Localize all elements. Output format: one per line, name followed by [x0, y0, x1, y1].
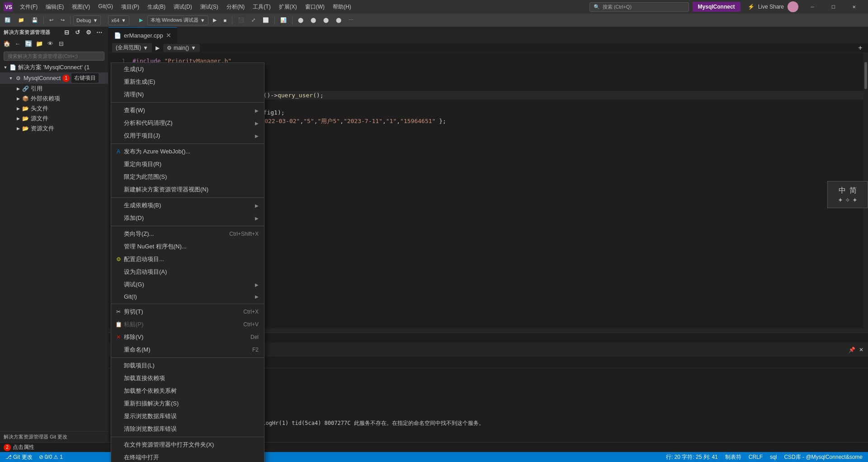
toolbar-stop[interactable]: ■: [221, 16, 230, 24]
local-debug-dropdown[interactable]: 本地 Windows 调试器 ▼: [147, 15, 208, 25]
ctx-build-deps[interactable]: 生成依赖项(B) ▶: [111, 199, 264, 212]
sidebar-collapse-btn[interactable]: ⊟: [62, 27, 72, 37]
sidebar-new-folder[interactable]: 📁: [34, 38, 44, 48]
ctx-scope[interactable]: 限定为此范围(S): [111, 171, 264, 183]
tree-project[interactable]: ▼ ⚙ MysqlConnect 1 右键项目: [0, 72, 108, 84]
menu-window[interactable]: 窗口(W): [302, 1, 328, 13]
menu-edit[interactable]: 编辑(E): [42, 1, 67, 13]
ctx-open-terminal[interactable]: 在终端中打开: [111, 451, 264, 462]
status-position[interactable]: 行: 20 字符: 25 列: 41: [664, 453, 720, 461]
toolbar-open[interactable]: 📁: [15, 16, 27, 24]
live-share-label[interactable]: Live Share: [758, 4, 784, 10]
ctx-new-view[interactable]: 新建解决方案资源管理器视图(N): [111, 183, 264, 196]
toolbar-bp4[interactable]: ⬤: [333, 16, 344, 24]
ctx-show-db-errors[interactable]: 显示浏览数据库错误: [111, 410, 264, 423]
sidebar-search[interactable]: [4, 52, 104, 61]
toolbar-attach[interactable]: ▶: [210, 16, 219, 24]
toolbar-undo[interactable]: ↩: [47, 16, 56, 24]
ctx-rebuild[interactable]: 重新生成(E): [111, 76, 264, 88]
ctx-unload[interactable]: 卸载项目(L): [111, 359, 264, 372]
toolbar-misc1[interactable]: ⬛: [235, 16, 247, 24]
status-language[interactable]: CSD库 - @MysqlConnect&some: [782, 453, 864, 461]
sidebar-sync[interactable]: 🔄: [24, 38, 33, 48]
menu-git[interactable]: Git(G): [94, 1, 117, 13]
ctx-load-all[interactable]: 加载整个依赖关系树: [111, 385, 264, 397]
sidebar-refresh-btn[interactable]: ↺: [73, 27, 83, 37]
sidebar-collapse-all[interactable]: ⊟: [56, 38, 66, 48]
tree-solution[interactable]: ▼ 📄 解决方案 'MysqlConnect' (1: [0, 62, 108, 72]
function-selector[interactable]: ⚙ main() ▼: [163, 44, 200, 52]
tree-resources[interactable]: ▶ 📂 资源文件: [0, 124, 108, 133]
toolbar-bp3[interactable]: ⬤: [321, 16, 331, 24]
split-editor-btn[interactable]: +: [856, 44, 864, 52]
sidebar-filter-btn[interactable]: ⚙: [84, 27, 94, 37]
status-tabsize[interactable]: 制表符: [723, 453, 743, 461]
ctx-nuget[interactable]: 管理 NuGet 程序包(N)...: [111, 240, 264, 253]
tree-headers[interactable]: ▶ 📂 头文件: [0, 104, 108, 114]
tree-external-deps[interactable]: ▶ 📦 外部依赖项: [0, 94, 108, 104]
status-git[interactable]: ⎇ Git 更改: [4, 453, 34, 461]
ctx-build[interactable]: 生成(U): [111, 63, 264, 76]
menu-extensions[interactable]: 扩展(X): [275, 1, 301, 13]
ctx-load-direct[interactable]: 加载直接依赖项: [111, 372, 264, 385]
v-scrollbar-thumb[interactable]: [864, 62, 867, 89]
toolbar-redo[interactable]: ↪: [58, 16, 67, 24]
menu-analyze[interactable]: 分析(N): [223, 1, 249, 13]
scope-selector[interactable]: (全局范围) ▼: [112, 43, 152, 52]
ctx-rescan[interactable]: 重新扫描解决方案(S): [111, 397, 264, 410]
menu-view[interactable]: 视图(V): [68, 1, 94, 13]
menu-build[interactable]: 生成(B): [144, 1, 169, 13]
ctx-set-startup[interactable]: 设为启动项目(A): [111, 266, 264, 278]
ctx-analyze[interactable]: 分析和代码清理(Z) ▶: [111, 117, 264, 129]
toolbar-save-all[interactable]: 💾: [29, 16, 41, 24]
ctx-cut[interactable]: ✂ 剪切(T) Ctrl+X: [111, 305, 264, 318]
tree-references[interactable]: ▶ 🔗 引用: [0, 84, 108, 94]
maximize-button[interactable]: ☐: [823, 0, 844, 14]
sidebar-more-btn[interactable]: ⋯: [94, 27, 104, 37]
platform-dropdown[interactable]: x64 ▼: [108, 15, 129, 25]
ctx-clean[interactable]: 清理(N): [111, 88, 264, 101]
toolbar-misc2[interactable]: ⤢: [249, 16, 258, 24]
ctx-add[interactable]: 添加(D) ▶: [111, 212, 264, 224]
menu-project[interactable]: 项目(P): [118, 1, 143, 13]
menu-tools[interactable]: 工具(T): [249, 1, 274, 13]
status-lineending[interactable]: CRLF: [747, 454, 764, 460]
toolbar-perf[interactable]: 📊: [278, 16, 289, 24]
ctx-project-only[interactable]: 仅用于项目(J) ▶: [111, 129, 264, 142]
user-avatar[interactable]: [788, 1, 798, 12]
panel-pin-btn[interactable]: 📌: [848, 346, 856, 354]
menu-file[interactable]: 文件(F): [16, 1, 41, 13]
sidebar-back[interactable]: ←: [13, 38, 23, 48]
toolbar-bp1[interactable]: ⬤: [295, 16, 306, 24]
ctx-git-submenu[interactable]: Git(I) ▶: [111, 291, 264, 302]
debug-config-dropdown[interactable]: Debug ▼: [73, 15, 101, 25]
ctx-class-wizard[interactable]: 类向导(Z)... Ctrl+Shift+X: [111, 228, 264, 240]
active-tab[interactable]: 📄 erManager.cpp ✕: [108, 27, 177, 43]
ctx-open-folder[interactable]: 在文件资源管理器中打开文件夹(X): [111, 438, 264, 451]
toolbar-new[interactable]: 🔄: [2, 16, 14, 24]
status-encoding[interactable]: sql: [768, 454, 778, 460]
ctx-publish-azure[interactable]: A 发布为 Azure WebJob()...: [111, 145, 264, 158]
minimize-button[interactable]: ─: [802, 0, 823, 14]
toolbar-bp2[interactable]: ⬤: [308, 16, 319, 24]
menu-debug[interactable]: 调试(D): [170, 1, 196, 13]
tree-sources[interactable]: ▶ 📂 源文件: [0, 114, 108, 124]
toolbar-misc4[interactable]: ⋯: [346, 16, 356, 24]
menu-test[interactable]: 测试(S): [197, 1, 222, 13]
ctx-debug-submenu[interactable]: 调试(G) ▶: [111, 278, 264, 291]
panel-close-btn[interactable]: ✕: [858, 346, 864, 354]
close-button[interactable]: ✕: [844, 0, 864, 14]
ctx-remove[interactable]: ✕ 移除(V) Del: [111, 331, 264, 343]
status-errors[interactable]: ⊘ 0/0 ⚠ 1: [37, 454, 65, 460]
ctx-rename[interactable]: 重命名(M) F2: [111, 343, 264, 356]
toolbar-misc3[interactable]: ⬜: [260, 16, 272, 24]
live-share-area[interactable]: ⚡ Live Share: [748, 4, 784, 10]
run-button[interactable]: ▶: [137, 16, 146, 24]
sidebar-show-all[interactable]: 👁: [45, 38, 55, 48]
ctx-configure-startup[interactable]: ⚙ 配置启动项目...: [111, 253, 264, 266]
menu-help[interactable]: 帮助(H): [329, 1, 355, 13]
tab-close-btn[interactable]: ✕: [166, 32, 171, 39]
sidebar-home[interactable]: 🏠: [2, 38, 12, 48]
ctx-clear-db-errors[interactable]: 清除浏览数据库错误: [111, 423, 264, 435]
ctx-view[interactable]: 查看(W) ▶: [111, 104, 264, 117]
